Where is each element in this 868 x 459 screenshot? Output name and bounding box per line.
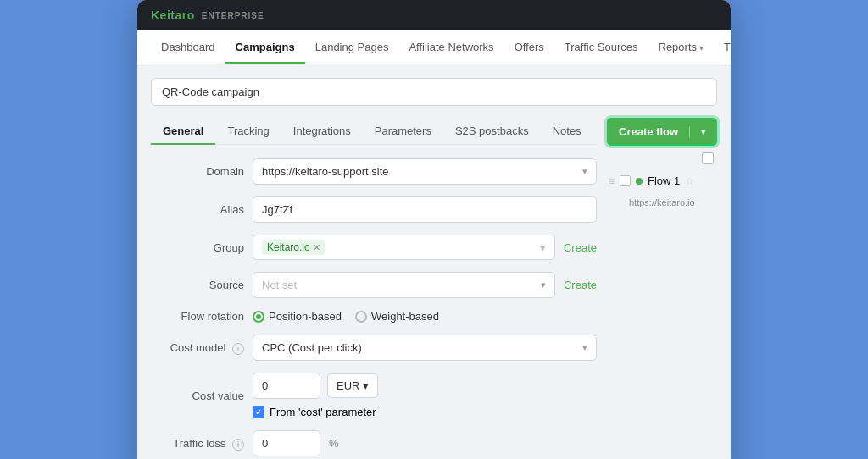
flow-checkbox-row bbox=[607, 152, 717, 164]
enterprise-badge: ENTERPRISE bbox=[202, 11, 264, 20]
flow-rotation-group: Position-based Weight-based bbox=[253, 310, 597, 323]
traffic-loss-pct: % bbox=[329, 437, 339, 450]
from-cost-checkbox[interactable] bbox=[253, 406, 264, 418]
source-select[interactable]: Not set ▾ bbox=[253, 272, 555, 298]
tab-tracking[interactable]: Tracking bbox=[215, 118, 281, 144]
nav-traffic-sources[interactable]: Traffic Sources bbox=[554, 30, 648, 64]
create-flow-button[interactable]: Create flow ▾ bbox=[607, 118, 717, 146]
source-label: Source bbox=[151, 279, 244, 291]
cost-value-input-row: EUR ▾ bbox=[253, 373, 597, 399]
source-value: Not set bbox=[262, 279, 297, 291]
content-area: General Tracking Integrations Parameters… bbox=[137, 64, 731, 459]
tab-notes[interactable]: Notes bbox=[541, 118, 593, 144]
traffic-loss-row: Traffic loss i % bbox=[151, 430, 597, 456]
cost-value-input[interactable] bbox=[253, 373, 320, 399]
currency-select[interactable]: EUR ▾ bbox=[327, 373, 378, 398]
group-tag-remove[interactable]: ✕ bbox=[313, 242, 320, 253]
cost-value-row: Cost value EUR ▾ From bbox=[151, 373, 597, 418]
app-window: Keitaro ENTERPRISE Dashboard Campaigns L… bbox=[137, 0, 731, 459]
rotation-weight-label: Weight-based bbox=[371, 310, 439, 323]
flow-item-1: ≡ Flow 1 ☆ bbox=[607, 171, 717, 191]
form-area: Domain https://keitaro-support.site ▾ Al… bbox=[151, 158, 597, 456]
rotation-weight-option[interactable]: Weight-based bbox=[355, 310, 439, 323]
create-flow-caret[interactable]: ▾ bbox=[701, 127, 705, 136]
flow-star-icon[interactable]: ☆ bbox=[685, 175, 694, 187]
currency-arrow: ▾ bbox=[363, 379, 369, 392]
cost-value-label: Cost value bbox=[151, 390, 244, 402]
from-cost-label: From 'cost' parameter bbox=[270, 406, 376, 418]
alias-input[interactable] bbox=[253, 196, 597, 223]
tab-general[interactable]: General bbox=[151, 118, 215, 144]
from-cost-row: From 'cost' parameter bbox=[253, 406, 597, 418]
flow-rotation-row: Flow rotation Position-based Weight-base… bbox=[151, 310, 597, 323]
domain-label: Domain bbox=[151, 165, 244, 178]
titlebar: Keitaro ENTERPRISE bbox=[137, 0, 731, 30]
tabs-row: General Tracking Integrations Parameters… bbox=[151, 118, 597, 145]
nav-landing-pages[interactable]: Landing Pages bbox=[305, 30, 399, 64]
btn-divider bbox=[689, 126, 690, 138]
traffic-loss-input[interactable] bbox=[253, 430, 320, 456]
group-row: Group Keitaro.io ✕ ▾ Create bbox=[151, 235, 597, 260]
cost-model-info-icon[interactable]: i bbox=[232, 343, 244, 355]
nav-reports[interactable]: Reports▾ bbox=[648, 30, 715, 64]
traffic-loss-label: Traffic loss i bbox=[151, 437, 244, 451]
rotation-weight-radio[interactable] bbox=[355, 311, 367, 323]
nav-offers[interactable]: Offers bbox=[504, 30, 554, 64]
group-dropdown-arrow[interactable]: ▾ bbox=[540, 241, 546, 254]
flow-drag-handle[interactable]: ≡ bbox=[609, 175, 615, 187]
navbar: Dashboard Campaigns Landing Pages Affili… bbox=[137, 30, 731, 64]
brand-logo: Keitaro bbox=[151, 8, 195, 22]
flow-select-all-checkbox[interactable] bbox=[702, 152, 714, 164]
nav-dashboard[interactable]: Dashboard bbox=[151, 30, 225, 64]
source-create-link[interactable]: Create bbox=[564, 279, 597, 291]
alias-label: Alias bbox=[151, 203, 244, 216]
right-panel: Create flow ▾ ≡ Flow 1 ☆ https://keitaro… bbox=[607, 118, 717, 207]
flow-item-checkbox[interactable] bbox=[620, 175, 631, 186]
domain-row: Domain https://keitaro-support.site ▾ bbox=[151, 158, 597, 185]
flow-rotation-label: Flow rotation bbox=[151, 310, 244, 323]
group-create-link[interactable]: Create bbox=[564, 241, 597, 254]
rotation-position-option[interactable]: Position-based bbox=[253, 310, 342, 323]
source-select-arrow: ▾ bbox=[541, 279, 546, 290]
rotation-position-label: Position-based bbox=[269, 310, 342, 323]
alias-row: Alias bbox=[151, 196, 597, 223]
cost-model-value: CPC (Cost per click) bbox=[262, 341, 362, 354]
currency-value: EUR bbox=[337, 379, 359, 392]
tab-s2s-postbacks[interactable]: S2S postbacks bbox=[443, 118, 541, 144]
nav-trends[interactable]: Trends bbox=[714, 30, 731, 64]
flow-status-dot bbox=[636, 178, 643, 185]
tab-parameters[interactable]: Parameters bbox=[363, 118, 443, 144]
group-tag: Keitaro.io ✕ bbox=[262, 240, 326, 255]
cost-model-row: Cost model i CPC (Cost per click) ▾ bbox=[151, 335, 597, 361]
group-label: Group bbox=[151, 241, 244, 254]
domain-select-arrow: ▾ bbox=[582, 166, 587, 177]
campaign-name-input[interactable] bbox=[151, 78, 717, 106]
cost-model-label: Cost model i bbox=[151, 341, 244, 355]
nav-campaigns[interactable]: Campaigns bbox=[225, 30, 305, 64]
domain-value: https://keitaro-support.site bbox=[262, 165, 389, 178]
domain-select[interactable]: https://keitaro-support.site ▾ bbox=[253, 158, 597, 185]
flow-name[interactable]: Flow 1 bbox=[648, 174, 680, 187]
flow-url: https://keitaro.io bbox=[607, 197, 717, 207]
traffic-loss-info-icon[interactable]: i bbox=[232, 439, 244, 451]
nav-affiliate-networks[interactable]: Affiliate Networks bbox=[398, 30, 504, 64]
tab-integrations[interactable]: Integrations bbox=[281, 118, 363, 144]
cost-model-select[interactable]: CPC (Cost per click) ▾ bbox=[253, 335, 597, 361]
reports-dropdown-arrow: ▾ bbox=[699, 43, 704, 53]
group-control[interactable]: Keitaro.io ✕ ▾ bbox=[253, 235, 555, 260]
cost-model-arrow: ▾ bbox=[582, 342, 587, 353]
rotation-position-radio[interactable] bbox=[253, 311, 264, 323]
source-row: Source Not set ▾ Create bbox=[151, 272, 597, 298]
